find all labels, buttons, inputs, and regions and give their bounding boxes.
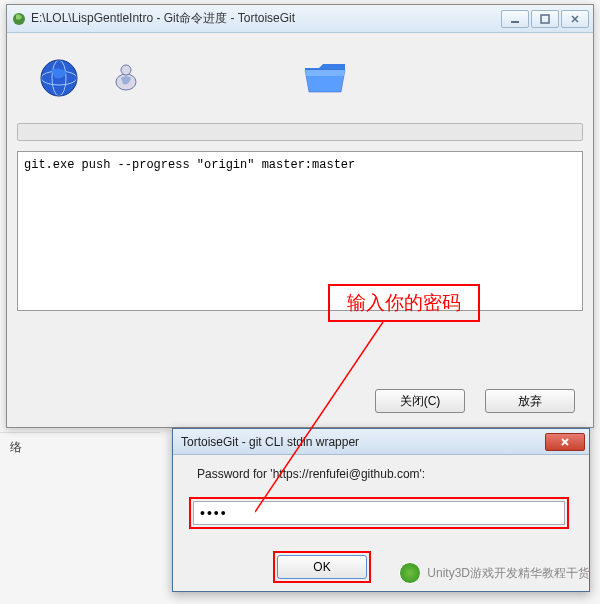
window-title: E:\LOL\LispGentleIntro - Git命令进度 - Torto…: [31, 10, 501, 27]
progress-bar: [17, 123, 583, 141]
titlebar[interactable]: E:\LOL\LispGentleIntro - Git命令进度 - Torto…: [7, 5, 593, 33]
folder-icon: [301, 58, 349, 98]
password-input-highlight: [189, 497, 569, 529]
dialog-body: Password for 'https://renfufei@github.co…: [173, 455, 589, 541]
dialog-title: TortoiseGit - git CLI stdin wrapper: [177, 435, 545, 449]
dialog-titlebar[interactable]: TortoiseGit - git CLI stdin wrapper: [173, 429, 589, 455]
dialog-close-button[interactable]: [545, 433, 585, 451]
button-row: 关闭(C) 放弃: [375, 389, 575, 413]
maximize-button[interactable]: [531, 10, 559, 28]
globe-icon: [37, 56, 81, 100]
icon-row: [17, 43, 583, 113]
svg-rect-1: [511, 21, 519, 23]
svg-rect-2: [541, 15, 549, 23]
tortoise-icon: [111, 60, 141, 96]
svg-point-8: [121, 65, 131, 75]
window-body: git.exe push --progress "origin" master:…: [7, 33, 593, 427]
watermark-text: Unity3D游戏开发精华教程干货: [427, 565, 590, 582]
watermark: Unity3D游戏开发精华教程干货: [399, 562, 590, 584]
window-controls: [501, 10, 589, 28]
close-button[interactable]: 关闭(C): [375, 389, 465, 413]
ok-button[interactable]: OK: [277, 555, 367, 579]
abort-button[interactable]: 放弃: [485, 389, 575, 413]
app-icon: [11, 11, 27, 27]
close-button[interactable]: [561, 10, 589, 28]
annotation-label: 输入你的密码: [328, 284, 480, 322]
watermark-logo-icon: [399, 562, 421, 584]
sidebar-item[interactable]: 络: [0, 432, 160, 462]
password-input[interactable]: [193, 501, 565, 525]
command-output[interactable]: git.exe push --progress "origin" master:…: [17, 151, 583, 311]
minimize-button[interactable]: [501, 10, 529, 28]
password-label: Password for 'https://renfufei@github.co…: [189, 467, 573, 481]
sidebar-fragment: 络: [0, 432, 160, 462]
ok-button-highlight: OK: [273, 551, 371, 583]
git-progress-window: E:\LOL\LispGentleIntro - Git命令进度 - Torto…: [6, 4, 594, 428]
